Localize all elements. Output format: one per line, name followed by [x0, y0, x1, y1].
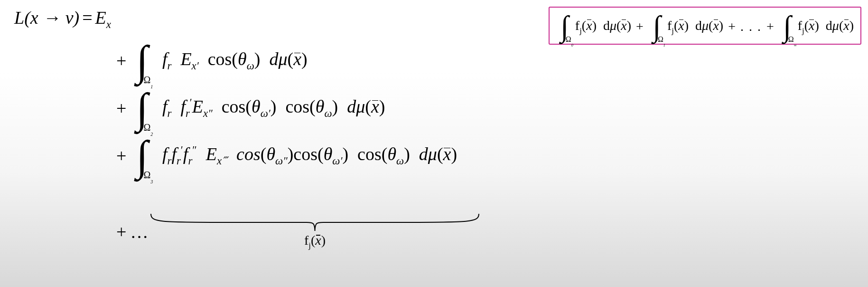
integral-3: ∫ Ω3 [130, 132, 154, 180]
emission-term: Ex [95, 9, 111, 30]
integral-symbol: ∫ [136, 92, 148, 124]
eq-line-0: L(x → v) = Ex [14, 9, 457, 37]
lhs-L: L(x → v) [14, 8, 79, 28]
lhs: L(x → v) [14, 9, 79, 27]
series-callout-box: ∫ Ω0 fj(x) dμ(x) + ∫ Ω1 fj(x) dμ(x) + . … [549, 7, 861, 45]
integral-2: ∫ Ω2 [130, 85, 154, 132]
integral-symbol: ∫ [136, 45, 148, 77]
integrand-3: frfr′fr″ Ex‴ cos(θω″)cos(θω′) cos(θω) dμ… [158, 145, 457, 166]
E: E [95, 8, 106, 28]
callout-integral-0: ∫ Ω0 [556, 11, 573, 42]
callout-term-1: ∫ Ω1 fj(x) dμ(x) [648, 11, 723, 42]
callout-integrand-0: fj(x) dμ(x) [575, 18, 631, 36]
callout-plus-2: + [762, 19, 779, 34]
integral-3-domain: Ω3 [143, 170, 153, 182]
callout-dots: . . . [740, 19, 762, 34]
plus-2: + [116, 99, 130, 117]
plus-3: + [116, 147, 130, 165]
callout-plus-1: + [723, 19, 740, 34]
callout-integrand-1: fj(x) dμ(x) [667, 18, 723, 36]
callout-term-inf: ∫ Ω∞ fj(x) dμ(x) [779, 11, 854, 42]
integral-symbol: ∫ [136, 140, 148, 172]
E-sub: x [106, 19, 111, 30]
rendering-equation: L(x → v) = Ex + ∫ Ω1 fr Ex′ cos(θω) dμ(x… [14, 9, 457, 256]
eq-line-2: + ∫ Ω2 fr fr′Ex″ cos(θω′) cos(θω) dμ(x) [14, 85, 457, 132]
callout-integral-inf: ∫ Ω∞ [779, 11, 796, 42]
plus-1: + [116, 52, 130, 70]
integrand-2: fr fr′Ex″ cos(θω′) cos(θω) dμ(x) [158, 97, 385, 119]
eq-line-3: + ∫ Ω3 frfr′fr″ Ex‴ cos(θω″)cos(θω′) cos… [14, 132, 457, 180]
eq-line-4: + … [14, 208, 457, 256]
callout-term-0: ∫ Ω0 fj(x) dμ(x) [556, 11, 631, 42]
integrand-1: fr Ex′ cos(θω) dμ(x) [158, 50, 307, 71]
callout-integrand-inf: fj(x) dμ(x) [798, 18, 854, 36]
plus-trailing: + [116, 223, 130, 241]
eq-line-1: + ∫ Ω1 fr Ex′ cos(θω) dμ(x) [14, 37, 457, 85]
callout-plus-0: + [631, 19, 648, 34]
callout-integral-1: ∫ Ω1 [648, 11, 665, 42]
equals-sign: = [79, 9, 95, 27]
ellipsis: … [130, 223, 150, 241]
integral-1: ∫ Ω1 [130, 37, 154, 85]
